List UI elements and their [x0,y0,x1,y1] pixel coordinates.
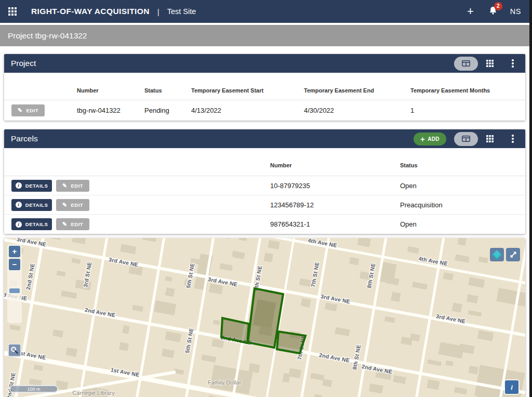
parcels-table-header: Number Status [4,148,525,176]
navbar: RIGHT-OF-WAY ACQUISITION | Test Site + 2… [0,0,529,23]
user-initials[interactable]: NS [510,7,521,16]
parcel-status: Open [400,220,525,228]
parcels-overflow-menu-button[interactable] [507,133,518,145]
app-title: RIGHT-OF-WAY ACQUISITION [31,7,150,16]
building [301,298,311,308]
poi-label: Carnegie Library [72,390,115,396]
add-parcel-button[interactable]: + ADD [414,133,446,145]
parcel-details-button[interactable]: i DETAILS [11,218,52,230]
layers-icon [492,250,501,259]
parcel-status: Open [400,182,525,190]
building [454,349,462,357]
parcels-panel-header: Parcels + ADD [4,129,525,148]
building [264,253,273,262]
project-panel-title: Project [11,59,36,68]
pencil-icon: ✎ [62,221,68,227]
zoom-out-button[interactable]: − [9,259,20,270]
info-icon: i [16,182,22,189]
title-divider: | [157,7,159,16]
column-header: Temporary Easement Months [410,87,525,94]
info-icon: i [16,202,22,208]
breadcrumb-bar: Project tbg-rw-041322 [0,25,529,46]
plus-icon: + [420,135,425,143]
site-name: Test Site [167,7,196,16]
zoom-in-button[interactable]: + [9,246,20,257]
app-launcher-icon[interactable] [8,7,17,16]
building [452,302,462,312]
column-header: Number [77,87,144,94]
project-status: Pending [144,107,191,114]
parcel-edit-button[interactable]: ✎ EDIT [56,199,89,211]
parcel-details-button[interactable]: i DETAILS [11,199,52,211]
parcel-table-row: i DETAILS ✎ EDIT 123456789-12 Preacquisi… [4,195,525,215]
application-window: RIGHT-OF-WAY ACQUISITION | Test Site + 2… [0,0,529,397]
poi-label: Family Dollar [208,379,242,386]
parcel-table-row: i DETAILS ✎ EDIT 987654321-1 Open [4,215,525,234]
parcel-status: Preacquisition [400,201,525,209]
project-panel: Project [4,54,525,121]
info-icon: i [16,221,22,228]
project-overflow-menu-button[interactable] [507,57,518,70]
project-table-header: Number Status Temporary Easement Start T… [4,73,525,100]
map-canvas: 4th Ave NE4th Ave NE3rd Ave NE3rd Ave NE… [4,238,525,397]
scale-label: 100 m [27,387,40,392]
parcel-edit-button[interactable]: ✎ EDIT [56,218,89,230]
grid-view-icon [486,60,494,67]
parcel-details-button[interactable]: i DETAILS [11,180,52,192]
map-info-button[interactable]: i [505,380,518,394]
grid-view-button[interactable] [478,57,502,71]
map-scale-bar: 100 m [9,385,58,393]
zoom-slider-handle[interactable] [9,288,20,293]
parcel-number: 987654321-1 [270,220,400,228]
table-view-button[interactable] [454,132,478,146]
layers-button[interactable] [490,248,504,261]
table-view-icon [462,60,470,67]
expand-map-button[interactable] [506,248,520,261]
parcel-table-row: i DETAILS ✎ EDIT 10-87979235 Open [4,176,525,195]
search-map-button[interactable] [8,343,21,357]
pencil-icon: ✎ [62,183,68,189]
project-panel-header: Project [4,54,525,73]
pencil-icon: ✎ [18,108,23,113]
table-view-icon [462,136,470,142]
add-new-button[interactable]: + [467,6,474,17]
building [119,342,129,351]
temporary-easement-months: 1 [410,107,525,114]
temporary-easement-start: 4/13/2022 [191,107,304,114]
column-header: Status [144,87,191,94]
column-header: Temporary Easement Start [191,87,304,94]
parcel-polygon[interactable] [277,332,305,353]
expand-icon [510,251,517,258]
parcels-panel-title: Parcels [11,134,38,143]
parcel-number: 10-87979235 [270,182,400,190]
parcel-edit-button[interactable]: ✎ EDIT [56,180,89,192]
breadcrumb-label: Project tbg-rw-041322 [8,31,87,41]
building [165,287,175,297]
map-view[interactable]: 4th Ave NE4th Ave NE3rd Ave NE3rd Ave NE… [4,238,525,397]
project-edit-button[interactable]: ✎ EDIT [11,104,45,116]
column-header: Temporary Easement End [304,87,410,94]
project-table-row: ✎ EDIT tbg-rw-041322 Pending 4/13/2022 4… [4,100,525,121]
column-header: Status [400,162,525,168]
table-view-button[interactable] [454,57,478,71]
notification-badge: 2 [494,2,502,10]
building [391,292,401,302]
pencil-icon: ✎ [62,202,68,208]
temporary-easement-end: 4/30/2022 [304,107,410,114]
project-number: tbg-rw-041322 [77,107,144,114]
magnifier-icon [10,346,19,354]
grid-view-icon [486,135,494,142]
parcel-number: 123456789-12 [270,201,400,209]
notifications-button[interactable]: 2 [488,6,498,17]
grid-view-button[interactable] [478,132,502,146]
building [477,389,486,397]
column-header: Number [270,162,400,168]
parcels-panel: Parcels + ADD [4,129,525,234]
